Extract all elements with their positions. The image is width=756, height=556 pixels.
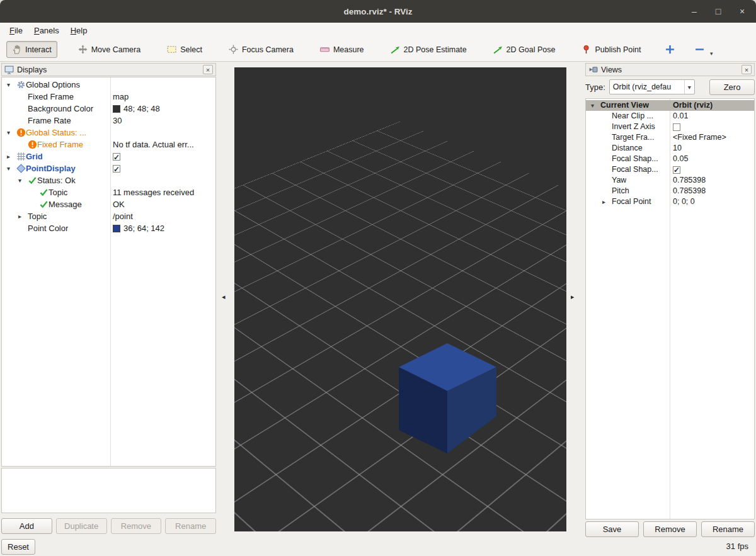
value-text: Orbit (rviz) <box>673 100 713 111</box>
displays-row-status-ok[interactable]: ▾Status: Ok <box>2 174 215 186</box>
property-value: No tf data. Actual err... <box>113 139 194 150</box>
tool-interact[interactable]: Interact <box>6 41 57 58</box>
panel-title-displays: Displays <box>17 65 200 74</box>
expander-open-icon[interactable]: ▾ <box>18 174 28 186</box>
views-row-focal-shap[interactable]: Focal Shap... <box>586 164 754 175</box>
tool-label: Publish Point <box>595 45 641 54</box>
add-tool-button[interactable] <box>662 42 679 57</box>
view-type-label: Type: <box>585 82 605 92</box>
expander-open-icon[interactable]: ▾ <box>7 79 16 91</box>
property-value <box>113 150 120 162</box>
property-value: 11 messages received <box>113 186 194 198</box>
render-view[interactable] <box>234 67 566 531</box>
titlebar[interactable]: demo.rviz* - RViz – □ × <box>0 0 756 23</box>
expander-closed-icon[interactable]: ▸ <box>602 196 612 207</box>
panel-title-views: Views <box>601 65 738 74</box>
reset-button[interactable]: Reset <box>1 539 35 555</box>
tool-2d-pose-estimate[interactable]: 2D Pose Estimate <box>385 41 472 58</box>
expander-closed-icon[interactable]: ▸ <box>7 150 16 162</box>
tool-publish-point[interactable]: Publish Point <box>576 41 646 58</box>
menu-help[interactable]: Help <box>65 24 93 37</box>
zero-button[interactable]: Zero <box>709 79 755 95</box>
value-text: 0.785398 <box>673 186 706 196</box>
displays-row-topic[interactable]: Topic11 messages received <box>2 186 215 198</box>
views-row-target-fra[interactable]: Target Fra...<Fixed Frame> <box>586 132 754 143</box>
tool-label: Measure <box>333 45 364 54</box>
views-row-focal-shap[interactable]: Focal Shap...0.05 <box>586 154 754 164</box>
rviz-window: demo.rviz* - RViz – □ × FilePanelsHelp I… <box>0 0 756 556</box>
displays-row-pointdisplay[interactable]: ▾PointDisplay <box>2 162 215 174</box>
displays-row-global-status[interactable]: ▾Global Status: ... <box>2 127 215 139</box>
close-icon[interactable]: × <box>203 65 213 74</box>
remove-tool-button[interactable]: ▾ <box>691 42 708 57</box>
property-value: 0.01 <box>673 111 688 122</box>
tool-measure[interactable]: Measure <box>314 41 370 58</box>
displays-row-frame-rate[interactable]: Frame Rate30 <box>2 115 215 127</box>
views-icon <box>588 65 598 74</box>
menu-panels[interactable]: Panels <box>28 24 65 37</box>
property-name: Focal Point <box>612 196 651 207</box>
views-type-row: Type: Orbit (rviz_defau ▾ Zero <box>585 79 755 95</box>
value-text: 36; 64; 142 <box>123 222 164 234</box>
views-row-pitch[interactable]: Pitch0.785398 <box>586 186 754 196</box>
displays-row-background-color[interactable]: Background Color48; 48; 48 <box>2 103 215 115</box>
displays-row-fixed-frame[interactable]: Fixed Framemap <box>2 91 215 103</box>
tool-label: 2D Pose Estimate <box>404 45 467 54</box>
views-row-near-clip[interactable]: Near Clip ...0.01 <box>586 111 754 122</box>
property-value: 0.785398 <box>673 175 706 186</box>
tool-select[interactable]: Select <box>161 41 208 58</box>
views-row-distance[interactable]: Distance10 <box>586 143 754 154</box>
displays-row-fixed-frame[interactable]: Fixed FrameNo tf data. Actual err... <box>2 139 215 150</box>
views-remove-button[interactable]: Remove <box>643 521 697 537</box>
views-row-invert-z-axis[interactable]: Invert Z Axis <box>586 122 754 132</box>
color-swatch[interactable] <box>113 225 120 232</box>
value-text: 11 messages received <box>113 186 194 198</box>
checkbox[interactable] <box>673 123 680 131</box>
displays-row-message[interactable]: MessageOK <box>2 198 215 210</box>
expander-closed-icon[interactable]: ▸ <box>18 210 28 222</box>
close-button[interactable]: × <box>737 6 747 16</box>
tool-focus-camera[interactable]: Focus Camera <box>223 41 299 58</box>
views-save-button[interactable]: Save <box>585 521 639 537</box>
move-camera-icon <box>78 45 88 54</box>
menu-file[interactable]: File <box>4 24 28 37</box>
minimize-button[interactable]: – <box>689 6 699 16</box>
checkbox[interactable] <box>113 153 120 161</box>
tool-move-camera[interactable]: Move Camera <box>72 41 147 58</box>
close-icon[interactable]: × <box>742 65 752 74</box>
collapse-right-handle[interactable]: ▸ <box>571 293 575 301</box>
expander-open-icon[interactable]: ▾ <box>7 162 16 174</box>
tool-2d-goal-pose[interactable]: 2D Goal Pose <box>488 41 561 58</box>
view-type-select[interactable]: Orbit (rviz_defau ▾ <box>609 79 695 94</box>
views-panel-header[interactable]: Views × <box>585 63 755 76</box>
expander-open-icon[interactable]: ▾ <box>591 100 600 111</box>
property-name: Current View <box>600 100 649 111</box>
property-name: Focal Shap... <box>612 154 658 164</box>
displays-row-topic[interactable]: ▸Topic/point <box>2 210 215 222</box>
views-rename-button[interactable]: Rename <box>701 521 755 537</box>
color-swatch[interactable] <box>113 105 120 113</box>
property-name: Grid <box>26 150 43 162</box>
checkbox[interactable] <box>113 165 120 173</box>
maximize-button[interactable]: □ <box>713 6 723 16</box>
warning-icon <box>16 128 26 137</box>
displays-panel-header[interactable]: Displays × <box>1 63 216 76</box>
property-name: PointDisplay <box>26 162 76 174</box>
views-row-yaw[interactable]: Yaw0.785398 <box>586 175 754 186</box>
property-value: 0.05 <box>673 154 688 164</box>
views-row-focal-point[interactable]: ▸Focal Point0; 0; 0 <box>586 196 754 207</box>
displays-add-button[interactable]: Add <box>1 518 52 534</box>
plus-icon <box>665 45 675 54</box>
displays-row-point-color[interactable]: Point Color36; 64; 142 <box>2 222 215 234</box>
value-text: <Fixed Frame> <box>673 132 726 143</box>
menubar: FilePanelsHelp <box>0 23 756 38</box>
property-value: /point <box>113 210 133 222</box>
collapse-left-handle[interactable]: ◂ <box>222 293 226 301</box>
window-title: demo.rviz* - RViz <box>343 7 412 16</box>
checkbox[interactable] <box>673 166 680 174</box>
property-value: 48; 48; 48 <box>113 103 160 115</box>
expander-open-icon[interactable]: ▾ <box>7 127 16 139</box>
displays-row-grid[interactable]: ▸Grid <box>2 150 215 162</box>
views-row-current-view[interactable]: ▾Current ViewOrbit (rviz) <box>586 100 754 111</box>
displays-row-global-options[interactable]: ▾Global Options <box>2 79 215 91</box>
